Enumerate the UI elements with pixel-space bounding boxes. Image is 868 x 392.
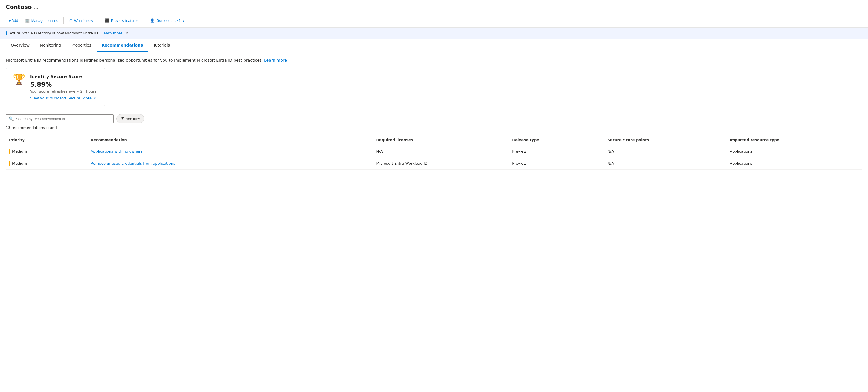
preview-icon: ⬛ bbox=[105, 19, 110, 23]
tab-monitoring[interactable]: Monitoring bbox=[35, 39, 66, 52]
resource-cell-1: Applications bbox=[726, 157, 862, 170]
search-input[interactable] bbox=[16, 117, 111, 121]
ellipsis-button[interactable]: ... bbox=[34, 4, 38, 10]
licenses-cell-0: N/A bbox=[373, 145, 509, 157]
separator-1 bbox=[63, 17, 64, 24]
trophy-icon: 🏆 bbox=[13, 74, 26, 84]
col-header-release: Release type bbox=[509, 135, 604, 145]
col-header-licenses: Required licenses bbox=[373, 135, 509, 145]
table-row: Medium Remove unused credentials from ap… bbox=[6, 157, 862, 170]
filter-icon: ⧩ bbox=[121, 117, 124, 121]
score-cell-1: N/A bbox=[604, 157, 726, 170]
tab-properties[interactable]: Properties bbox=[66, 39, 97, 52]
priority-bar-0 bbox=[9, 149, 10, 154]
table-header-row: Priority Recommendation Required license… bbox=[6, 135, 862, 145]
whats-new-label: What's new bbox=[74, 19, 93, 23]
app-title: Contoso bbox=[6, 3, 32, 10]
feedback-button[interactable]: 👤 Got feedback? ∨ bbox=[147, 17, 188, 24]
recommendation-link-1[interactable]: Remove unused credentials from applicati… bbox=[91, 161, 175, 165]
manage-tenants-label: Manage tenants bbox=[31, 19, 58, 23]
add-filter-label: Add filter bbox=[126, 117, 140, 121]
priority-cell-0: Medium bbox=[6, 145, 87, 157]
recommendation-cell-1: Remove unused credentials from applicati… bbox=[87, 157, 373, 170]
release-cell-0: Preview bbox=[509, 145, 604, 157]
preview-features-label: Preview features bbox=[111, 19, 138, 23]
feedback-icon: 👤 bbox=[150, 19, 155, 23]
col-header-score: Secure Score points bbox=[604, 135, 726, 145]
feedback-chevron-icon: ∨ bbox=[182, 19, 185, 23]
view-secure-score-link[interactable]: View your Microsoft Secure Score ↗ bbox=[30, 96, 96, 100]
feedback-label: Got feedback? bbox=[156, 19, 180, 23]
info-icon: ℹ bbox=[6, 30, 7, 36]
banner-text: Azure Active Directory is now Microsoft … bbox=[10, 31, 99, 35]
score-cell-0: N/A bbox=[604, 145, 726, 157]
info-banner: ℹ Azure Active Directory is now Microsof… bbox=[0, 28, 868, 39]
col-header-resource: Impacted resource type bbox=[726, 135, 862, 145]
priority-bar-1 bbox=[9, 161, 10, 166]
nav-tabs: Overview Monitoring Properties Recommend… bbox=[0, 39, 868, 52]
score-value: 5.89% bbox=[30, 81, 98, 88]
add-button-label: + Add bbox=[8, 19, 18, 23]
main-content: Microsoft Entra ID recommendations ident… bbox=[0, 52, 868, 175]
col-header-recommendation: Recommendation bbox=[87, 135, 373, 145]
tab-overview[interactable]: Overview bbox=[6, 39, 35, 52]
recommendation-link-0[interactable]: Applications with no owners bbox=[91, 149, 143, 153]
col-header-priority: Priority bbox=[6, 135, 87, 145]
add-button[interactable]: + Add bbox=[6, 17, 21, 24]
score-refresh-text: Your score refreshes every 24 hours. bbox=[30, 89, 98, 93]
recommendation-cell-0: Applications with no owners bbox=[87, 145, 373, 157]
results-count: 13 recommendations found bbox=[6, 125, 862, 130]
preview-features-button[interactable]: ⬛ Preview features bbox=[102, 17, 142, 24]
separator-3 bbox=[144, 17, 144, 24]
priority-value-0: Medium bbox=[12, 149, 27, 153]
tab-recommendations[interactable]: Recommendations bbox=[97, 39, 148, 52]
whats-new-icon: ⬡ bbox=[69, 19, 72, 23]
score-info: Identity Secure Score 5.89% Your score r… bbox=[30, 74, 98, 100]
add-filter-button[interactable]: ⧩ Add filter bbox=[117, 114, 144, 123]
score-title: Identity Secure Score bbox=[30, 74, 98, 79]
release-cell-1: Preview bbox=[509, 157, 604, 170]
priority-cell-1: Medium bbox=[6, 157, 87, 170]
search-filter-row: 🔍 ⧩ Add filter bbox=[6, 114, 862, 123]
licenses-cell-1: Microsoft Entra Workload ID bbox=[373, 157, 509, 170]
manage-tenants-button[interactable]: 🏢 Manage tenants bbox=[22, 17, 61, 24]
banner-learn-more-link[interactable]: Learn more bbox=[101, 31, 122, 35]
separator-2 bbox=[99, 17, 99, 24]
priority-value-1: Medium bbox=[12, 161, 27, 165]
search-box: 🔍 bbox=[6, 115, 114, 123]
building-icon: 🏢 bbox=[25, 19, 30, 23]
page-description: Microsoft Entra ID recommendations ident… bbox=[6, 58, 862, 62]
whats-new-button[interactable]: ⬡ What's new bbox=[66, 17, 96, 24]
table-row: Medium Applications with no owners N/A P… bbox=[6, 145, 862, 157]
search-icon: 🔍 bbox=[9, 117, 13, 121]
toolbar: + Add 🏢 Manage tenants ⬡ What's new ⬛ Pr… bbox=[0, 14, 868, 28]
recommendations-table: Priority Recommendation Required license… bbox=[6, 135, 862, 170]
external-link-icon: ↗ bbox=[125, 31, 128, 35]
app-header: Contoso ... bbox=[0, 0, 868, 14]
resource-cell-0: Applications bbox=[726, 145, 862, 157]
description-learn-more-link[interactable]: Learn more bbox=[264, 58, 287, 62]
score-card: 🏆 Identity Secure Score 5.89% Your score… bbox=[6, 68, 105, 106]
tab-tutorials[interactable]: Tutorials bbox=[148, 39, 175, 52]
